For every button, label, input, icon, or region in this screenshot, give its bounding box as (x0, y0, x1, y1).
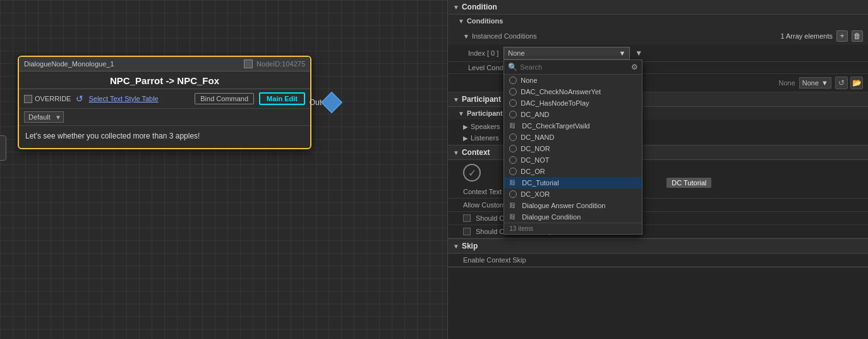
option-dc-or[interactable]: DC_OR (504, 166, 642, 177)
option-dc-nand-label: DC_NAND (521, 133, 554, 141)
skip-chevron-icon: ▼ (453, 243, 459, 250)
node-content-text: Let's see whether you collected more tha… (25, 132, 200, 140)
none-static-label: None (779, 79, 795, 87)
out-connector: Out (310, 95, 339, 110)
option-dc-and-label: DC_AND (521, 111, 549, 118)
option-dc-nand[interactable]: DC_NAND (504, 132, 642, 143)
option-dialogue-answer-condition-label: Dialogue Answer Condition (522, 202, 605, 209)
conditions-subsection-header[interactable]: ▼ Conditions (448, 15, 868, 27)
main-edit-button[interactable]: Main Edit (259, 92, 305, 105)
gear-icon[interactable]: ⚙ (631, 63, 638, 71)
condition-selected-value: None (508, 49, 524, 57)
option-dc-xor-label: DC_XOR (521, 190, 550, 198)
out-label: Out (310, 98, 322, 107)
participant-section-title: Participant (462, 95, 501, 104)
override-checkbox-area: OVERRIDE (24, 95, 71, 103)
index-label: Index [ 0 ] (468, 49, 498, 57)
delete-array-element-button[interactable]: 🗑 (852, 30, 863, 42)
participant-sub-chevron-icon: ▼ (458, 110, 464, 117)
index-row-expand-icon[interactable]: ▼ (635, 49, 642, 58)
node-title-left: DialogueNode_Monologue_1 (24, 60, 114, 68)
radio-dc-and (509, 111, 517, 118)
override-style-checkbox[interactable] (463, 228, 471, 235)
connector-diamond[interactable] (321, 92, 342, 113)
option-dc-not-label: DC_NOT (521, 156, 549, 164)
option-dac-has-node[interactable]: DAC_HasNodeToPlay (504, 97, 642, 109)
index-row: Index [ 0 ] None ▼ 🔍 ⚙ (448, 45, 868, 62)
chain-dc-tutorial-icon: ⛓ (509, 179, 518, 187)
radio-dc-or (509, 168, 517, 175)
skip-section-title: Skip (462, 242, 478, 250)
enable-context-skip-row: Enable Context Skip (448, 254, 868, 267)
none-dropdown-label: None (802, 79, 819, 87)
option-dialogue-answer-condition[interactable]: ⛓ Dialogue Answer Condition (504, 200, 642, 211)
option-dc-nor-label: DC_NOR (521, 145, 550, 152)
context-section-title: Context (462, 148, 490, 157)
option-dac-check-no-answer[interactable]: DAC_CheckNoAnswerYet (504, 86, 642, 97)
action-icon-browse-button[interactable]: 📂 (850, 77, 863, 89)
override-checkbox[interactable] (24, 95, 32, 103)
condition-dropdown-trigger[interactable]: None ▼ (503, 47, 630, 59)
option-dc-tutorial-label: DC_Tutorial (522, 179, 558, 187)
bind-command-button[interactable]: Bind Command (195, 93, 254, 104)
option-dc-nor[interactable]: DC_NOR (504, 143, 642, 154)
radio-none (509, 77, 517, 84)
context-chevron-icon: ▼ (453, 149, 459, 156)
radio-dc-not (509, 156, 517, 164)
style-table-link[interactable]: Select Text Style Table (88, 95, 158, 102)
enable-context-skip-label: Enable Context Skip (463, 256, 526, 264)
add-array-element-button[interactable]: + (836, 30, 848, 42)
skip-section: ▼ Skip Enable Context Skip (448, 239, 868, 268)
node-name: DialogueNode_Monologue_1 (24, 60, 114, 68)
context-text-label: Context Text (463, 188, 502, 195)
condition-chevron-icon: ▼ (453, 4, 459, 11)
condition-dropdown-arrow-icon: ▼ (618, 49, 625, 57)
items-count: 13 items (504, 223, 642, 234)
default-dropdown-wrapper: Default ▼ (24, 111, 64, 123)
condition-dropdown[interactable]: None ▼ 🔍 ⚙ None (503, 47, 630, 59)
option-dc-xor[interactable]: DC_XOR (504, 188, 642, 200)
option-dc-tutorial[interactable]: ⛓ DC_Tutorial DC Tutorial (504, 177, 642, 188)
condition-search-input[interactable] (520, 63, 629, 71)
action-icon-rotate-button[interactable]: ↺ (835, 77, 848, 89)
refresh-icon[interactable]: ↺ (76, 94, 83, 104)
condition-section-header[interactable]: ▼ Condition (448, 0, 868, 15)
radio-dc-nand (509, 133, 517, 141)
instanced-conditions-header: ▼ Instanced Conditions 1 Array elements … (448, 27, 868, 45)
option-dac-has-node-label: DAC_HasNodeToPlay (521, 99, 589, 107)
option-dc-not[interactable]: DC_NOT (504, 154, 642, 166)
node-id: NodeID:104275 (256, 60, 305, 68)
canvas-area: DialogueNode_Monologue_1 NodeID:104275 N… (0, 0, 447, 339)
default-dropdown[interactable]: Default (24, 111, 64, 123)
instanced-chevron-icon: ▼ (463, 33, 469, 40)
option-none[interactable]: None (504, 75, 642, 86)
speakers-expand-icon: ▶ (463, 123, 468, 130)
checkmark-circle: ✓ (463, 164, 481, 182)
conditions-label: Conditions (467, 17, 503, 25)
participant-sub-label: Participant (467, 109, 503, 117)
option-none-label: None (521, 77, 537, 84)
radio-dac-check (509, 88, 517, 96)
option-dc-and[interactable]: DC_AND (504, 109, 642, 120)
node-color-box (244, 59, 253, 68)
override-label: OVERRIDE (35, 95, 71, 102)
instanced-label: ▼ Instanced Conditions (463, 32, 537, 40)
option-dialogue-condition[interactable]: ⛓ Dialogue Condition (504, 211, 642, 223)
option-dc-check-target[interactable]: ⛓ DC_CheckTargetVaild (504, 120, 642, 132)
none-dropdown-chevron-icon: ▼ (821, 79, 828, 87)
option-dac-check-no-answer-label: DAC_CheckNoAnswerYet (521, 88, 601, 96)
array-elements-text: 1 Array elements (780, 32, 833, 40)
speakers-label: Speakers (471, 123, 500, 130)
conditions-chevron-icon: ▼ (458, 18, 464, 25)
node-content: Let's see whether you collected more tha… (19, 126, 310, 148)
skip-section-header[interactable]: ▼ Skip (448, 239, 868, 254)
condition-section-title: Condition (462, 3, 497, 11)
option-dc-check-target-label: DC_CheckTargetVaild (522, 122, 589, 130)
override-dialogue-checkbox[interactable] (463, 214, 471, 222)
node-dropdown-row: Default ▼ (19, 109, 310, 126)
option-dialogue-condition-label: Dialogue Condition (522, 213, 581, 221)
participant-chevron-icon: ▼ (453, 96, 459, 103)
radio-dc-nor (509, 145, 517, 152)
none-dropdown[interactable]: None ▼ (799, 77, 831, 89)
radio-dac-has (509, 99, 517, 107)
